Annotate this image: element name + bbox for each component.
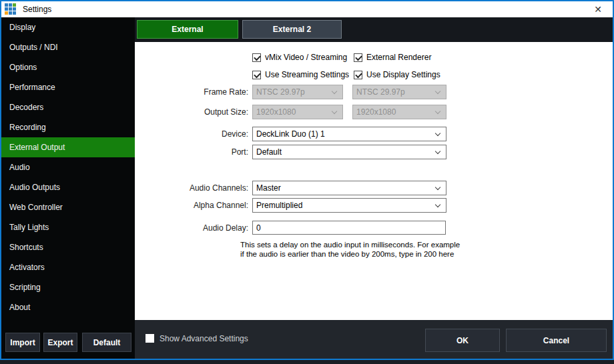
checkbox-icon[interactable] [354,71,362,79]
chevron-down-icon [332,89,337,94]
audio-delay-label: Audio Delay: [135,221,248,235]
tab-external[interactable]: External [137,20,238,39]
checkbox-icon[interactable] [252,71,261,79]
sidebar-item-scripting[interactable]: Scripting [1,277,135,297]
sidebar-item-outputs-ndi[interactable]: Outputs / NDI [1,37,135,57]
frame-rate-value-1: NTSC 29.97p [256,87,305,97]
checkbox-use-streaming-settings[interactable]: Use Streaming Settings [252,70,349,79]
chevron-down-icon [435,202,440,207]
port-value: Default [256,147,282,157]
checkbox-use-display-settings[interactable]: Use Display Settings [354,70,440,79]
titlebar: Settings ✕ [1,1,613,17]
export-button[interactable]: Export [43,333,77,352]
sidebar-item-performance[interactable]: Performance [1,77,135,97]
output-size-select-2: 1920x1080 [352,105,446,119]
output-size-value-2: 1920x1080 [356,107,396,117]
alpha-channel-select[interactable]: Premultiplied [252,198,446,213]
output-size-select-1: 1920x1080 [252,105,343,119]
sidebar-item-about[interactable]: About [1,297,135,317]
port-label: Port: [135,145,248,159]
sidebar-buttons: Import Export Default [1,333,135,353]
sidebar-item-display[interactable]: Display [1,17,135,37]
sidebar-item-audio-outputs[interactable]: Audio Outputs [1,177,135,197]
checkbox-label: External Renderer [366,53,431,62]
sidebar-item-audio[interactable]: Audio [1,157,135,177]
sidebar-item-decoders[interactable]: Decoders [1,97,135,117]
checkbox-label: vMix Video / Streaming [265,53,347,62]
vmix-logo-icon [5,3,17,16]
footer-bar: Show Advanced Settings OK Cancel [135,320,613,359]
chevron-down-icon [435,109,440,114]
checkbox-vmix-video-streaming[interactable]: vMix Video / Streaming [252,53,347,62]
show-advanced-checkbox-icon[interactable] [145,334,154,343]
audio-delay-help-text: This sets a delay on the audio input in … [240,240,462,259]
external-output-settings: vMix Video / Streaming External Renderer… [135,42,613,320]
sidebar-item-web-controller[interactable]: Web Controller [1,197,135,217]
alpha-channel-label: Alpha Channel: [135,198,248,213]
sidebar-item-shortcuts[interactable]: Shortcuts [1,237,135,257]
port-select[interactable]: Default [252,145,446,159]
main-panel: External External 2 vMix Video / Streami… [135,17,613,359]
sidebar-item-recording[interactable]: Recording [1,117,135,137]
checkbox-icon[interactable] [252,53,261,62]
tab-strip: External External 2 [135,17,613,42]
sidebar: Display Outputs / NDI Options Performanc… [1,17,135,359]
sidebar-item-options[interactable]: Options [1,57,135,77]
chevron-down-icon [435,131,440,136]
chevron-down-icon [332,109,337,114]
audio-delay-input[interactable] [252,221,446,235]
device-select[interactable]: DeckLink Duo (1) 1 [252,127,446,141]
chevron-down-icon [435,89,440,94]
settings-window: Settings ✕ Display Outputs / NDI Options… [0,0,614,360]
cancel-button[interactable]: Cancel [506,329,607,352]
audio-channels-select[interactable]: Master [252,181,446,195]
device-label: Device: [135,127,248,141]
chevron-down-icon [435,185,440,190]
output-size-value-1: 1920x1080 [256,107,296,117]
sidebar-item-tally-lights[interactable]: Tally Lights [1,217,135,237]
chevron-down-icon [435,149,440,154]
frame-rate-value-2: NTSC 29.97p [356,87,405,97]
close-icon[interactable]: ✕ [587,1,609,17]
alpha-channel-value: Premultiplied [256,201,302,210]
default-button[interactable]: Default [82,333,131,352]
output-size-label: Output Size: [135,105,248,119]
audio-channels-value: Master [256,183,281,193]
device-value: DeckLink Duo (1) 1 [256,129,325,139]
audio-channels-label: Audio Channels: [135,181,248,195]
tab-external-2[interactable]: External 2 [242,20,342,39]
show-advanced-label: Show Advanced Settings [160,334,248,343]
sidebar-item-external-output[interactable]: External Output [1,137,135,157]
frame-rate-select-2: NTSC 29.97p [352,85,446,99]
checkbox-label: Use Streaming Settings [265,70,349,79]
import-button[interactable]: Import [5,333,40,352]
checkbox-external-renderer[interactable]: External Renderer [354,53,431,62]
ok-button[interactable]: OK [425,329,500,352]
checkbox-icon[interactable] [354,53,362,62]
sidebar-item-activators[interactable]: Activators [1,257,135,277]
checkbox-label: Use Display Settings [366,70,440,79]
frame-rate-label: Frame Rate: [135,85,248,99]
window-title: Settings [23,5,51,14]
frame-rate-select-1: NTSC 29.97p [252,85,343,99]
